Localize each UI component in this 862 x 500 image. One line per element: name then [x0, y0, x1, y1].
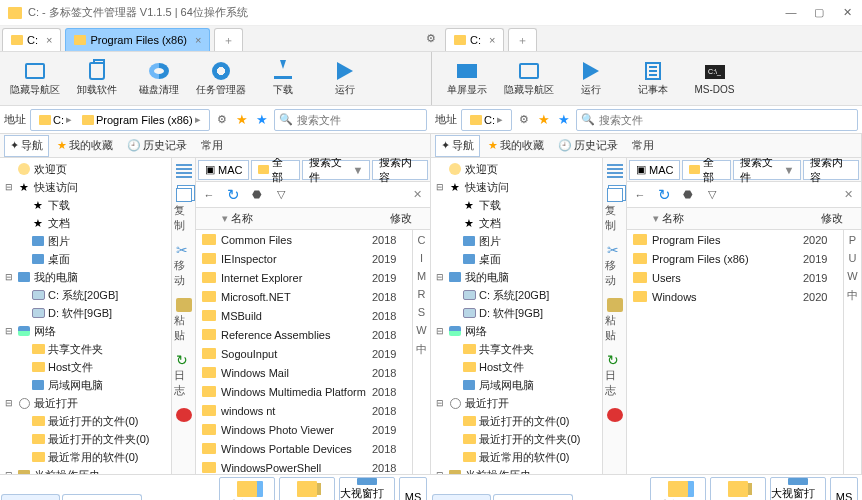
alpha-letter[interactable]: U: [849, 252, 857, 264]
tree-node[interactable]: ⊟★快速访问: [0, 178, 171, 196]
move-button[interactable]: ✂移动: [174, 243, 194, 288]
file-row[interactable]: MSBuild2018: [196, 306, 412, 325]
search-input-right[interactable]: [599, 114, 853, 126]
paste-button[interactable]: 粘贴: [174, 298, 194, 343]
tree-node[interactable]: ⊟我的电脑: [431, 268, 602, 286]
minimize-button[interactable]: —: [784, 6, 798, 19]
back-icon[interactable]: ←: [631, 186, 649, 204]
file-list-right[interactable]: Program Files2020Program Files (x86)2019…: [627, 230, 843, 474]
alpha-index-right[interactable]: PUW中: [843, 230, 861, 474]
tag-icon[interactable]: ⬣: [679, 186, 697, 204]
tree-node[interactable]: ⊟★快速访问: [431, 178, 602, 196]
tree-node[interactable]: ★下载: [0, 196, 171, 214]
alpha-letter[interactable]: 中: [416, 342, 427, 357]
nav-tree-right[interactable]: 欢迎页⊟★快速访问★下载★文档图片桌面⊟我的电脑C: 系统[20GB]D: 软件…: [431, 158, 603, 474]
alpha-letter[interactable]: R: [418, 288, 426, 300]
tree-node[interactable]: D: 软件[9GB]: [431, 304, 602, 322]
alpha-letter[interactable]: M: [417, 270, 426, 282]
alpha-letter[interactable]: C: [418, 234, 426, 246]
file-tab-search-files[interactable]: 搜索文件▼: [733, 160, 802, 180]
new-tab-button-right[interactable]: ＋: [508, 28, 537, 51]
file-header[interactable]: ▾ 名称修改: [196, 208, 430, 230]
toolbar-single[interactable]: 单屏显示: [438, 55, 496, 103]
record-icon[interactable]: [174, 408, 194, 422]
file-tab-mac[interactable]: ▣ MAC: [629, 160, 680, 180]
action-sys-default[interactable]: 系统默认: [219, 477, 275, 501]
sidebar-tab-hist[interactable]: 🕘历史记录: [552, 135, 624, 157]
file-row[interactable]: Windows2020: [627, 287, 843, 306]
file-row[interactable]: Reference Assemblies2018: [196, 325, 412, 344]
tree-node[interactable]: 共享文件夹: [431, 340, 602, 358]
file-tab-all[interactable]: 全部: [682, 160, 730, 180]
tree-node[interactable]: 局域网电脑: [431, 376, 602, 394]
log-button[interactable]: ↻日志: [174, 353, 194, 398]
tree-node[interactable]: 图片: [431, 232, 602, 250]
close-icon[interactable]: ×: [195, 34, 201, 46]
tree-node[interactable]: 最近打开的文件夹(0): [0, 430, 171, 448]
file-row[interactable]: Common Files2018: [196, 230, 412, 249]
tab-c-left[interactable]: C:×: [2, 28, 61, 51]
tree-node[interactable]: 图片: [0, 232, 171, 250]
copy-button[interactable]: 复制: [174, 188, 194, 233]
tree-node[interactable]: C: 系统[20GB]: [0, 286, 171, 304]
tree-node[interactable]: Host文件: [0, 358, 171, 376]
alpha-letter[interactable]: 中: [847, 288, 858, 303]
record-icon[interactable]: [605, 408, 625, 422]
file-tab-all[interactable]: 全部: [251, 160, 299, 180]
tree-node[interactable]: ⊟最近打开: [0, 394, 171, 412]
sidebar-tab-hist[interactable]: 🕘历史记录: [121, 135, 193, 157]
toolbar-diskClean[interactable]: 磁盘清理: [130, 55, 188, 103]
tree-node[interactable]: ⊟网络: [0, 322, 171, 340]
tree-node[interactable]: 最近常用的软件(0): [0, 448, 171, 466]
alpha-index-left[interactable]: CIMRSW中: [412, 230, 430, 474]
file-row[interactable]: Microsoft.NET2018: [196, 287, 412, 306]
bottom-tab-service[interactable]: ⚙ 系统服务: [62, 494, 142, 500]
back-icon[interactable]: ←: [200, 186, 218, 204]
path-settings-icon[interactable]: ⚙: [516, 113, 532, 126]
file-row[interactable]: Windows Multimedia Platform2018: [196, 382, 412, 401]
action-open-big[interactable]: 大视窗打开: [770, 477, 826, 501]
bottom-tab-service[interactable]: ⚙ 系统服务: [493, 494, 573, 500]
maximize-button[interactable]: ▢: [812, 6, 826, 19]
close-button[interactable]: ✕: [840, 6, 854, 19]
tree-node[interactable]: 最近打开的文件(0): [0, 412, 171, 430]
file-row[interactable]: Users2019: [627, 268, 843, 287]
favorite-star-icon[interactable]: ★: [234, 112, 250, 127]
move-button[interactable]: ✂移动: [605, 243, 625, 288]
sidebar-tab-common[interactable]: 常用: [195, 135, 229, 157]
alpha-letter[interactable]: S: [418, 306, 425, 318]
close-icon[interactable]: ×: [46, 34, 52, 46]
path-settings-icon[interactable]: ⚙: [214, 113, 230, 126]
toolbar-run[interactable]: 运行: [316, 55, 374, 103]
file-row[interactable]: SogouInput2019: [196, 344, 412, 363]
action-ms[interactable]: MS: [399, 477, 427, 501]
clear-icon[interactable]: ✕: [408, 186, 426, 204]
file-list-left[interactable]: Common Files2018IEInspector2019Internet …: [196, 230, 412, 474]
tree-node[interactable]: ⊟我的电脑: [0, 268, 171, 286]
new-tab-button-left[interactable]: ＋: [214, 28, 243, 51]
tree-node[interactable]: 最近打开的文件夹(0): [431, 430, 602, 448]
file-tab-search-files[interactable]: 搜索文件▼: [302, 160, 371, 180]
bookmark-star-icon[interactable]: ★: [556, 112, 572, 127]
favorite-star-icon[interactable]: ★: [536, 112, 552, 127]
tab-program-files[interactable]: Program Files (x86)×: [65, 28, 210, 51]
file-row[interactable]: IEInspector2019: [196, 249, 412, 268]
settings-gear-icon[interactable]: ⚙: [419, 26, 443, 51]
filter-icon[interactable]: ▽: [272, 186, 290, 204]
breadcrumb-right[interactable]: C:▸: [461, 109, 512, 131]
toolbar-uninstall[interactable]: 卸载软件: [68, 55, 126, 103]
refresh-icon[interactable]: ↻: [224, 186, 242, 204]
tree-node[interactable]: 最近常用的软件(0): [431, 448, 602, 466]
file-row[interactable]: WindowsPowerShell2018: [196, 458, 412, 474]
filter-icon[interactable]: ▽: [703, 186, 721, 204]
file-tab-search-content[interactable]: 搜索内容: [372, 160, 428, 180]
tree-node[interactable]: ⊟当前操作历史: [0, 466, 171, 474]
tree-node[interactable]: C: 系统[20GB]: [431, 286, 602, 304]
action-ms[interactable]: MS: [830, 477, 858, 501]
alpha-letter[interactable]: W: [847, 270, 857, 282]
tree-node[interactable]: ⊟当前操作历史: [431, 466, 602, 474]
file-header[interactable]: ▾ 名称修改: [627, 208, 861, 230]
sidebar-tab-nav[interactable]: ✦ 导航: [435, 135, 480, 157]
action-open-right[interactable]: 右屏打开: [279, 477, 335, 501]
tree-node[interactable]: 欢迎页: [0, 160, 171, 178]
